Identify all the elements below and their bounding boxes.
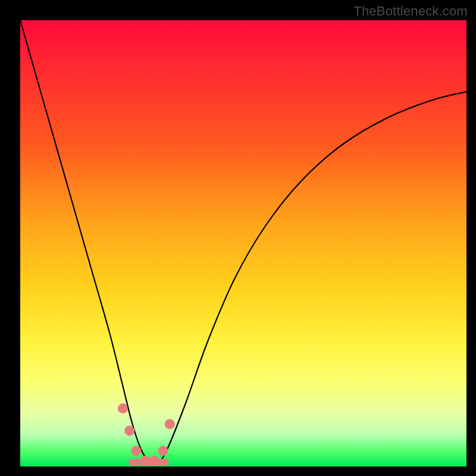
chart-frame: TheBottleneck.com (0, 0, 476, 476)
watermark-text: TheBottleneck.com (353, 4, 468, 19)
bottleneck-curve (20, 20, 466, 464)
marker-point (140, 456, 151, 466)
marker-point (165, 419, 175, 429)
marker-point (131, 446, 142, 456)
marker-point (124, 426, 134, 436)
curve-overlay (20, 20, 466, 466)
marker-point (158, 446, 168, 456)
plot-area (20, 20, 466, 466)
marker-point (118, 403, 128, 414)
marker-point (149, 456, 159, 466)
markers-group (118, 403, 175, 466)
